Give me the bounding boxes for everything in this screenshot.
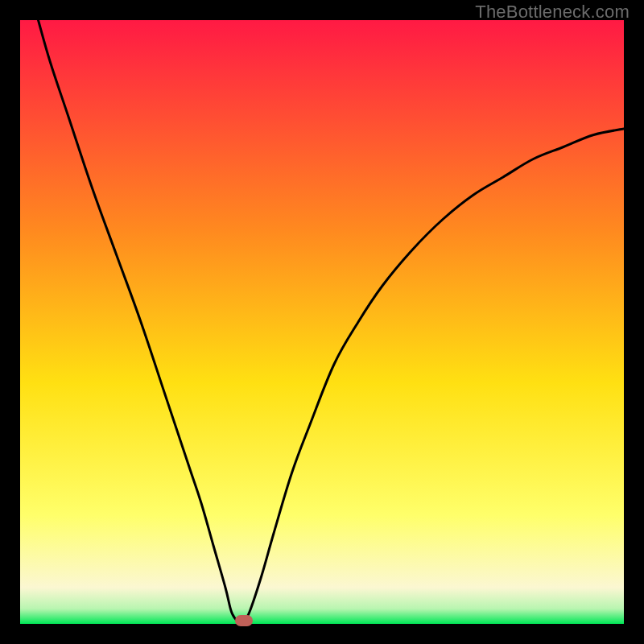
bottleneck-curve: [20, 20, 624, 624]
plot-area: [20, 20, 624, 624]
optimal-point-marker: [235, 615, 253, 626]
chart-container: TheBottleneck.com: [0, 0, 644, 644]
